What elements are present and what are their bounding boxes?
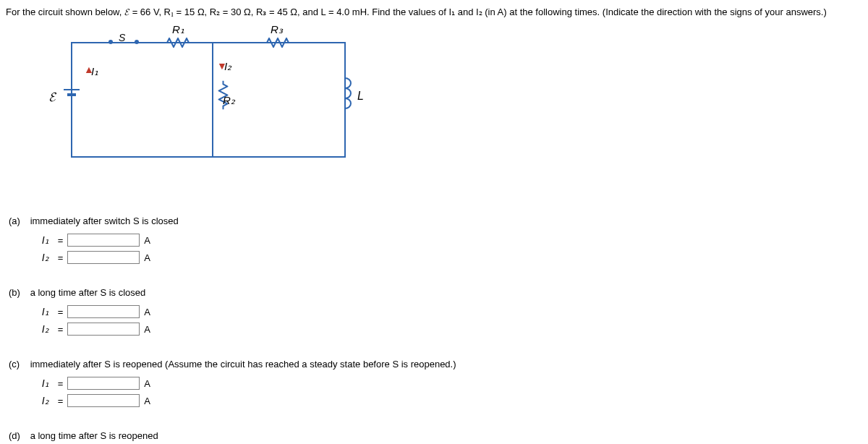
circuit-diagram: S R₁ R₂ R₃ L 𝓔 ▲ I₁ ▼ I₂ xyxy=(56,27,396,194)
resistor-r2-label: R₂ xyxy=(223,94,235,107)
circuit-middle-branch xyxy=(212,42,213,158)
question-values: 𝓔 = 66 V, R₁ = 15 Ω, R₂ = 30 Ω, R₃ = 45 … xyxy=(124,7,370,17)
part-d: (d) a long time after S is reopened I₁ =… xyxy=(9,430,862,444)
part-b-i1-row: I₁ = A xyxy=(42,305,150,318)
equals-sign: = xyxy=(58,396,64,406)
part-c-prompt: immediately after S is reopened (Assume … xyxy=(30,359,456,370)
inductor-icon xyxy=(334,72,356,118)
part-b-i1-input[interactable] xyxy=(67,305,140,318)
part-c-i2-row: I₂ = A xyxy=(42,394,456,407)
parts-container: (a) immediately after switch S is closed… xyxy=(9,215,862,444)
equals-sign: = xyxy=(58,252,64,263)
question-text: For the circuit shown below, 𝓔 = 66 V, R… xyxy=(6,6,862,19)
resistor-r3-icon xyxy=(263,38,292,50)
part-a-i2-var: I₂ xyxy=(42,252,54,263)
part-a: (a) immediately after switch S is closed… xyxy=(9,215,862,268)
part-c-i2-input[interactable] xyxy=(67,394,140,407)
resistor-r3-label: R₃ xyxy=(271,23,283,36)
equals-sign: = xyxy=(58,324,64,335)
part-b-i2-input[interactable] xyxy=(67,323,140,336)
part-b-i2-row: I₂ = A xyxy=(42,323,150,336)
part-a-i1-var: I₁ xyxy=(42,234,54,246)
part-c-label: (c) xyxy=(9,359,27,370)
part-a-i1-input[interactable] xyxy=(67,234,140,247)
inductor-label: L xyxy=(357,90,364,103)
switch-label: S xyxy=(119,32,125,43)
current-i1-label: I₁ xyxy=(91,65,98,78)
part-c-i1-var: I₁ xyxy=(42,377,54,389)
unit-label: A xyxy=(144,378,150,389)
part-b-i1-var: I₁ xyxy=(42,306,54,317)
equals-sign: = xyxy=(58,378,64,389)
part-b-prompt: a long time after S is closed xyxy=(30,287,150,298)
part-b: (b) a long time after S is closed I₁ = A… xyxy=(9,287,862,340)
part-d-prompt: a long time after S is reopened xyxy=(30,430,158,441)
unit-label: A xyxy=(144,252,150,263)
part-a-label: (a) xyxy=(9,215,27,226)
part-c-i2-var: I₂ xyxy=(42,395,54,406)
resistor-r1-label: R₁ xyxy=(172,23,184,36)
unit-label: A xyxy=(144,235,150,246)
part-c: (c) immediately after S is reopened (Ass… xyxy=(9,359,862,411)
part-d-label: (d) xyxy=(9,430,27,441)
part-a-i2-row: I₂ = A xyxy=(42,251,179,264)
question-prefix: For the circuit shown below, xyxy=(6,7,124,17)
part-c-i1-row: I₁ = A xyxy=(42,377,456,390)
part-b-i2-var: I₂ xyxy=(42,323,54,335)
emf-battery-icon xyxy=(64,89,80,96)
question-find: Find the values of I₁ and I₂ (in A) at t… xyxy=(370,7,827,17)
equals-sign: = xyxy=(58,307,64,317)
resistor-r1-icon xyxy=(163,38,192,50)
unit-label: A xyxy=(144,324,150,335)
part-a-i2-input[interactable] xyxy=(67,251,140,264)
equals-sign: = xyxy=(58,235,64,246)
part-b-label: (b) xyxy=(9,287,27,298)
unit-label: A xyxy=(144,396,150,406)
circuit-outer-loop xyxy=(71,42,346,158)
unit-label: A xyxy=(144,307,150,317)
part-c-i1-input[interactable] xyxy=(67,377,140,390)
part-a-prompt: immediately after switch S is closed xyxy=(30,215,179,226)
part-a-i1-row: I₁ = A xyxy=(42,234,179,247)
emf-label: 𝓔 xyxy=(49,90,56,105)
current-i2-label: I₂ xyxy=(224,60,231,73)
